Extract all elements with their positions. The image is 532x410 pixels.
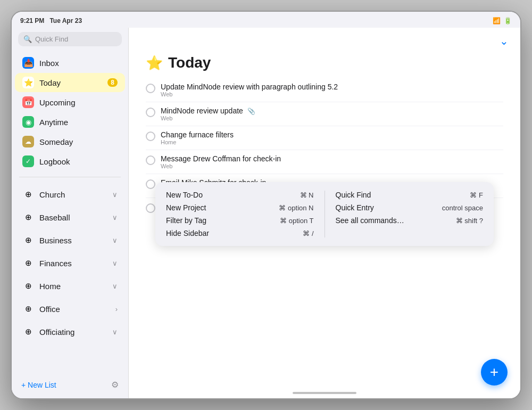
shortcut-new-todo[interactable]: New To-Do ⌘ N — [166, 191, 314, 199]
inbox-icon: 📥 — [22, 57, 34, 69]
home-label: Home — [39, 282, 107, 291]
someday-label: Someday — [39, 137, 118, 146]
upcoming-icon: 📅 — [22, 96, 34, 108]
home-chevron: ∨ — [112, 282, 118, 290]
today-badge: 8 — [107, 78, 118, 87]
sidebar-divider-1 — [19, 177, 121, 177]
sidebar-item-finances[interactable]: ⊕ Finances ∨ — [15, 252, 125, 274]
office-icon: ⊕ — [22, 303, 34, 315]
task-item: Change furnace filters Home — [146, 128, 503, 148]
task-divider — [146, 150, 503, 150]
task-tag: Web — [161, 163, 281, 169]
baseball-icon: ⊕ — [22, 211, 34, 223]
today-title-text: Today — [168, 54, 211, 71]
sidebar-item-baseball[interactable]: ⊕ Baseball ∨ — [15, 206, 125, 228]
settings-icon[interactable]: ⚙ — [111, 380, 119, 390]
finances-icon: ⊕ — [22, 257, 34, 269]
task-content: Change furnace filters Home — [161, 130, 234, 145]
shortcut-label-hide-sidebar: Hide Sidebar — [166, 229, 209, 237]
shortcut-key-new-project: ⌘ option N — [279, 204, 313, 212]
app-content: 🔍 Quick Find 📥 Inbox ⭐ Today 8 📅 Upcomin… — [12, 28, 520, 398]
status-icons: 📶 🔋 — [493, 17, 512, 24]
office-label: Office — [39, 305, 110, 314]
shortcut-hide-sidebar[interactable]: Hide Sidebar ⌘ / — [166, 229, 314, 237]
officiating-icon: ⊕ — [22, 326, 34, 338]
shortcut-key-filter-tag: ⌘ option T — [280, 217, 313, 225]
anytime-label: Anytime — [39, 118, 118, 127]
sidebar-item-business[interactable]: ⊕ Business ∨ — [15, 229, 125, 251]
sidebar-item-officiating[interactable]: ⊕ Officiating ∨ — [15, 321, 125, 343]
add-todo-fab[interactable]: + — [481, 359, 508, 386]
sidebar-item-home[interactable]: ⊕ Home ∨ — [15, 275, 125, 297]
shortcut-label-new-todo: New To-Do — [166, 191, 203, 199]
upcoming-label: Upcoming — [39, 98, 118, 107]
task-checkbox[interactable] — [146, 203, 155, 213]
business-label: Business — [39, 236, 107, 245]
home-icon: ⊕ — [22, 280, 34, 292]
task-checkbox[interactable] — [146, 132, 155, 141]
shortcut-quick-find[interactable]: Quick Find ⌘ F — [336, 191, 484, 199]
task-tag: Web — [161, 91, 338, 97]
new-list-row[interactable]: + New List ⚙ — [12, 375, 128, 394]
group-lists: ⊕ Church ∨ ⊕ Baseball ∨ ⊕ Business ∨ ⊕ F… — [12, 181, 128, 346]
shortcut-key-quick-find: ⌘ F — [470, 191, 483, 199]
shortcut-all-commands[interactable]: See all commands… ⌘ shift ? — [336, 216, 484, 225]
shortcut-key-hide-sidebar: ⌘ / — [303, 229, 313, 237]
shortcut-quick-entry[interactable]: Quick Entry control space — [336, 203, 484, 212]
status-time: 9:21 PM — [20, 17, 44, 24]
shortcut-vertical-divider — [325, 191, 325, 237]
office-chevron: › — [115, 305, 118, 313]
baseball-chevron: ∨ — [112, 214, 118, 222]
chevron-down-button[interactable]: ⌄ — [496, 33, 512, 49]
shortcut-key-quick-entry: control space — [442, 204, 483, 212]
sidebar-item-anytime[interactable]: ◉ Anytime — [15, 112, 125, 132]
sidebar-item-office[interactable]: ⊕ Office › — [15, 298, 125, 320]
task-divider — [146, 102, 503, 102]
someday-icon: ☁ — [22, 136, 34, 147]
task-divider — [146, 126, 503, 126]
task-checkbox[interactable] — [146, 179, 155, 189]
task-item: Message Drew Coffman for check-in Web — [146, 152, 503, 172]
sidebar-item-church[interactable]: ⊕ Church ∨ — [15, 183, 125, 206]
home-indicator — [293, 392, 356, 394]
shortcut-label-quick-entry: Quick Entry — [336, 203, 374, 212]
task-checkbox[interactable] — [146, 108, 155, 117]
sidebar-item-inbox[interactable]: 📥 Inbox — [15, 53, 125, 72]
task-checkbox[interactable] — [146, 84, 155, 93]
task-checkbox[interactable] — [146, 155, 155, 165]
finances-label: Finances — [39, 259, 107, 268]
task-name: MindNode review update 📎 — [161, 106, 255, 115]
officiating-chevron: ∨ — [112, 328, 118, 336]
sidebar-item-someday[interactable]: ☁ Someday — [15, 132, 125, 151]
task-divider — [146, 174, 503, 174]
shortcut-right-col: Quick Find ⌘ F Quick Entry control space… — [336, 191, 484, 237]
task-name: Message Drew Coffman for check-in — [161, 154, 281, 163]
shortcut-new-project[interactable]: New Project ⌘ option N — [166, 203, 314, 212]
shortcut-label-filter-tag: Filter by Tag — [166, 216, 206, 225]
search-bar[interactable]: 🔍 Quick Find — [18, 32, 122, 46]
shortcut-menu[interactable]: New To-Do ⌘ N New Project ⌘ option N Fil… — [155, 182, 494, 246]
church-label: Church — [39, 190, 107, 199]
shortcut-filter-tag[interactable]: Filter by Tag ⌘ option T — [166, 216, 314, 225]
today-star-icon: ⭐ — [146, 55, 163, 71]
task-content: MindNode review update 📎 Web — [161, 106, 255, 121]
anytime-icon: ◉ — [22, 116, 34, 128]
today-header: ⭐ Today — [129, 54, 520, 80]
church-icon: ⊕ — [22, 188, 34, 200]
shortcut-key-new-todo: ⌘ N — [300, 191, 314, 199]
shortcut-label-new-project: New Project — [166, 203, 206, 212]
business-icon: ⊕ — [22, 234, 34, 246]
new-list-label: + New List — [21, 381, 56, 389]
baseball-label: Baseball — [39, 213, 107, 222]
wifi-icon: 📶 — [493, 17, 501, 24]
sidebar-item-upcoming[interactable]: 📅 Upcoming — [15, 93, 125, 112]
logbook-label: Logbook — [39, 157, 118, 166]
status-date: Tue Apr 23 — [49, 17, 82, 24]
task-name: Change furnace filters — [161, 130, 234, 139]
task-tag: Web — [161, 115, 255, 121]
sidebar-item-logbook[interactable]: ✓ Logbook — [15, 152, 125, 171]
sidebar-item-today[interactable]: ⭐ Today 8 — [15, 73, 125, 92]
smart-lists: 📥 Inbox ⭐ Today 8 📅 Upcoming ◉ Anytime — [12, 51, 128, 174]
shortcut-label-all-commands: See all commands… — [336, 216, 404, 225]
device-frame: 9:21 PM Tue Apr 23 📶 🔋 🔍 Quick Find 📥 In… — [11, 11, 521, 399]
